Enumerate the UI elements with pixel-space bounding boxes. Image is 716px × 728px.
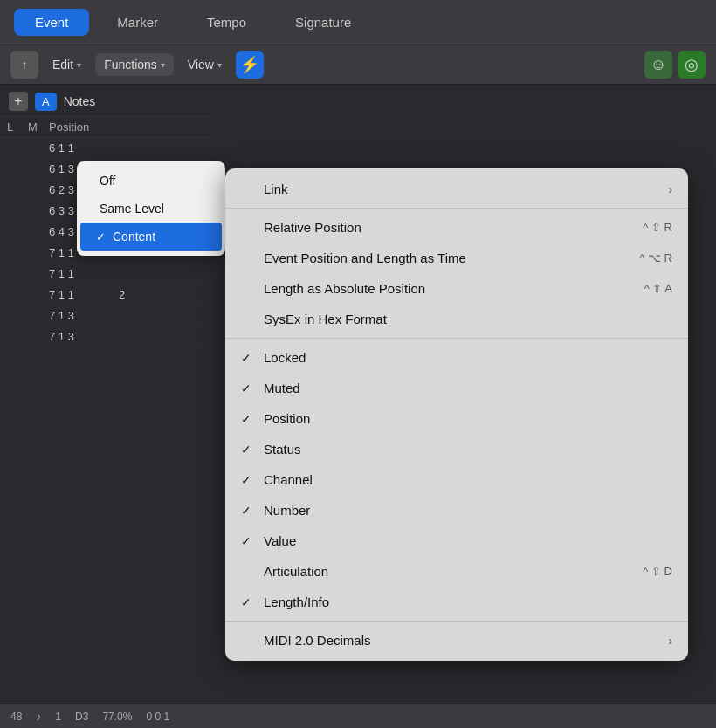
edit-label: Edit [52,58,73,72]
tab-signature[interactable]: Signature [274,9,372,36]
sysex-label: SysEx in Hex Format [264,312,387,326]
menu-item-status[interactable]: ✓ Status [225,434,688,464]
length-info-check: ✓ [241,595,257,609]
table-row: 7 1 3 [0,306,210,326]
articulation-shortcut: ^ ⇧ D [643,565,672,578]
menu-item-length-absolute[interactable]: Length as Absolute Position ^ ⇧ A [225,273,688,304]
event-pos-shortcut: ^ ⌥ R [639,251,672,264]
status-value1: 48 [10,711,22,723]
status-note: D3 [75,711,88,723]
length-abs-label: Length as Absolute Position [264,281,425,296]
tab-event[interactable]: Event [14,9,89,36]
menu-item-channel[interactable]: ✓ Channel [225,464,688,495]
menu-item-value[interactable]: ✓ Value [225,525,688,556]
menu-item-muted[interactable]: ✓ Muted [225,373,688,403]
status-label: Status [264,442,301,457]
status-note-icon: ♪ [36,711,41,723]
green-icon: ◎ [685,55,699,74]
length-abs-shortcut: ^ ⇧ A [644,282,672,295]
link-arrow-icon: › [668,182,672,196]
midi-icon: ⚡ [240,55,259,74]
position-check: ✓ [241,412,257,426]
midi-icon-button[interactable]: ⚡ [236,51,264,79]
col-l: L [7,120,28,134]
status-percent: 77.0% [102,711,132,723]
column-headers: L M Position [0,117,210,138]
col-extra [119,120,203,134]
table-row: 7 1 1 2 [0,285,210,306]
menu-item-length-info[interactable]: ✓ Length/Info [225,587,688,617]
number-label: Number [264,503,310,518]
channel-check: ✓ [241,473,257,487]
value-label: Value [264,533,296,548]
locked-label: Locked [264,350,306,365]
face-icon: ☺ [651,56,666,74]
link-label: Link [264,182,288,196]
separator-3 [225,621,688,622]
edit-option-content-label: Content [113,230,155,244]
menu-item-articulation[interactable]: Articulation ^ ⇧ D [225,556,688,587]
menu-item-link[interactable]: Link › [225,174,688,204]
separator-1 [225,208,688,209]
menu-item-position[interactable]: ✓ Position [225,403,688,434]
view-label: View [188,58,214,72]
functions-label: Functions [104,58,157,72]
col-position: Position [49,120,119,134]
plus-icon: + [14,93,22,109]
edit-option-content[interactable]: ✓ Content [80,223,222,251]
midi20-arrow-icon: › [668,634,672,648]
content-check: ✓ [96,230,106,244]
green-icon-button[interactable]: ◎ [678,51,706,79]
status-value2: 1 [55,711,61,723]
edit-chevron-icon: ▾ [77,60,81,70]
toolbar: ↑ Edit ▾ Functions ▾ View ▾ ⚡ ☺ ◎ [0,45,716,85]
menu-item-midi20[interactable]: MIDI 2.0 Decimals › [225,625,688,656]
midi20-label: MIDI 2.0 Decimals [264,633,371,648]
face-icon-button[interactable]: ☺ [644,51,672,79]
articulation-label: Articulation [264,564,328,579]
event-pos-label: Event Position and Length as Time [264,251,466,265]
notes-label: Notes [64,94,96,108]
edit-option-same-level-label: Same Level [100,202,164,216]
muted-check: ✓ [241,381,257,395]
menu-item-locked[interactable]: ✓ Locked [225,342,688,373]
table-row: 6 1 1 [0,138,210,159]
muted-label: Muted [264,381,300,395]
table-row: 7 1 1 [0,264,210,285]
main-area: + A Notes L M Position 6 1 1 6 1 3 [0,85,716,728]
edit-menu-button[interactable]: Edit ▾ [44,53,90,76]
add-note-button[interactable]: + [9,92,28,111]
position-label: Position [264,411,310,426]
value-check: ✓ [241,534,257,548]
edit-option-same-level[interactable]: Same Level [77,195,225,223]
relative-pos-label: Relative Position [264,220,361,235]
locked-check: ✓ [241,351,257,365]
up-arrow-icon: ↑ [22,58,28,72]
length-info-label: Length/Info [264,594,329,609]
edit-dropdown: Off Same Level ✓ Content [77,161,225,256]
status-check: ✓ [241,443,257,457]
tab-bar: Event Marker Tempo Signature [0,0,716,45]
relative-pos-shortcut: ^ ⇧ R [643,221,672,234]
tab-tempo[interactable]: Tempo [186,9,267,36]
tab-marker[interactable]: Marker [96,9,179,36]
edit-option-off-label: Off [100,174,115,188]
status-coords: 0 0 1 [146,711,169,723]
channel-label: Channel [264,472,313,487]
view-chevron-icon: ▾ [217,60,222,70]
functions-menu-button[interactable]: Functions ▾ [95,53,174,76]
menu-item-relative-position[interactable]: Relative Position ^ ⇧ R [225,212,688,243]
col-m: M [28,120,49,134]
blue-a-button[interactable]: A [35,93,57,111]
table-row: 7 1 3 [0,326,210,347]
notes-bar: + A Notes [0,86,210,117]
functions-chevron-icon: ▾ [161,60,165,70]
separator-2 [225,338,688,339]
edit-option-off[interactable]: Off [77,167,225,195]
menu-item-event-position[interactable]: Event Position and Length as Time ^ ⌥ R [225,243,688,273]
menu-item-number[interactable]: ✓ Number [225,495,688,525]
view-menu-button[interactable]: View ▾ [179,53,231,76]
number-check: ✓ [241,504,257,518]
up-arrow-button[interactable]: ↑ [10,51,38,79]
menu-item-sysex[interactable]: SysEx in Hex Format [225,304,688,334]
